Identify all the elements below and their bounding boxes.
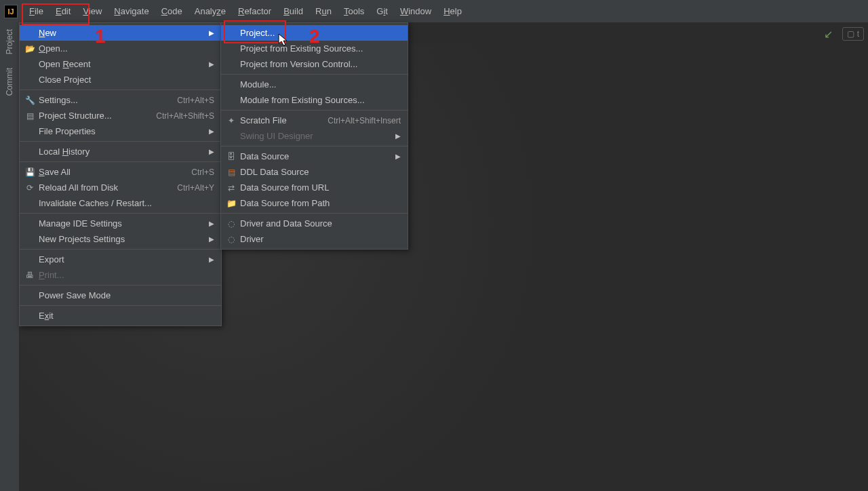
file-exit[interactable]: Exit: [20, 308, 221, 323]
new-swing: Swing UI Designer▶: [221, 128, 408, 144]
file-close-project[interactable]: Close Project: [20, 72, 221, 87]
submenu-arrow-icon: ▶: [209, 29, 214, 37]
file-new-projects-settings[interactable]: New Projects Settings▶: [20, 231, 221, 247]
menu-analyze[interactable]: Analyze: [189, 1, 232, 21]
file-power-save[interactable]: Power Save Mode: [20, 288, 221, 303]
new-ds-path[interactable]: 📁 Data Source from Path: [221, 195, 408, 211]
menu-refactor[interactable]: Refactor: [232, 1, 277, 21]
app-icon: IJ: [4, 5, 18, 18]
reload-icon: ⟳: [24, 183, 36, 193]
new-project-vcs[interactable]: Project from Version Control...: [221, 56, 408, 72]
new-module-existing[interactable]: Module from Existing Sources...: [221, 92, 408, 108]
main-menubar: IJ File Edit View Navigate Code Analyze …: [0, 0, 868, 22]
menu-file[interactable]: File: [23, 1, 50, 21]
new-project[interactable]: Project...: [221, 25, 408, 41]
file-file-properties[interactable]: File Properties▶: [20, 123, 221, 139]
new-project-existing[interactable]: Project from Existing Sources...: [221, 41, 408, 56]
file-settings[interactable]: 🔧 Settings...Ctrl+Alt+S: [20, 92, 221, 108]
left-tool-strip: Project Commit: [0, 22, 20, 491]
menu-git[interactable]: Git: [370, 1, 394, 21]
menu-code[interactable]: Code: [155, 1, 189, 21]
file-manage-ide[interactable]: Manage IDE Settings▶: [20, 216, 221, 231]
push-icon[interactable]: ↙: [824, 28, 833, 41]
toolwindow-commit[interactable]: Commit: [5, 68, 14, 96]
new-ds-url[interactable]: ⇄ Data Source from URL: [221, 180, 408, 195]
file-menu-dropdown: New ▶ 📂 Open... Open Recent▶ Close Proje…: [19, 22, 222, 326]
scratch-icon: ✦: [225, 116, 237, 125]
menu-build[interactable]: Build: [277, 1, 309, 21]
menu-run[interactable]: Run: [309, 1, 338, 21]
menu-navigate[interactable]: Navigate: [108, 1, 155, 21]
new-submenu: Project... Project from Existing Sources…: [220, 22, 408, 250]
new-module[interactable]: Module...: [221, 77, 408, 92]
folder-icon: 📁: [225, 199, 237, 208]
file-print: 🖶 Print...: [20, 267, 221, 283]
driver-icon: ◌: [225, 235, 237, 244]
file-open[interactable]: 📂 Open...: [20, 41, 221, 56]
menu-window[interactable]: Window: [394, 1, 437, 21]
new-ddl[interactable]: ▤ DDL Data Source: [221, 164, 408, 180]
wrench-icon: 🔧: [24, 96, 36, 105]
menu-view[interactable]: View: [77, 1, 108, 21]
database-icon: 🗄: [225, 152, 237, 161]
toolbar-right: ↙ ▢ t: [824, 27, 864, 41]
file-save-all[interactable]: 💾 Save AllCtrl+S: [20, 164, 221, 180]
new-driver[interactable]: ◌ Driver: [221, 231, 408, 247]
tab-overflow[interactable]: ▢ t: [842, 27, 864, 41]
save-icon: 💾: [24, 168, 36, 177]
menu-help[interactable]: Help: [437, 1, 468, 21]
folder-open-icon: 📂: [24, 44, 36, 54]
structure-icon: ▤: [24, 111, 36, 121]
toolwindow-project[interactable]: Project: [5, 29, 14, 54]
file-new[interactable]: New ▶: [20, 25, 221, 41]
file-reload[interactable]: ⟳ Reload All from DiskCtrl+Alt+Y: [20, 180, 221, 195]
new-scratch[interactable]: ✦ Scratch FileCtrl+Alt+Shift+Insert: [221, 113, 408, 128]
new-data-source[interactable]: 🗄 Data Source▶: [221, 149, 408, 164]
file-invalidate[interactable]: Invalidate Caches / Restart...: [20, 195, 221, 211]
print-icon: 🖶: [24, 271, 36, 280]
file-local-history[interactable]: Local History▶: [20, 144, 221, 159]
file-export[interactable]: Export▶: [20, 252, 221, 267]
ddl-icon: ▤: [225, 168, 237, 177]
menu-tools[interactable]: Tools: [338, 1, 370, 21]
file-project-structure[interactable]: ▤ Project Structure...Ctrl+Alt+Shift+S: [20, 108, 221, 123]
driver-ds-icon: ◌: [225, 219, 237, 229]
menu-edit[interactable]: Edit: [50, 1, 77, 21]
url-icon: ⇄: [225, 183, 237, 193]
file-open-recent[interactable]: Open Recent▶: [20, 56, 221, 72]
new-driver-ds[interactable]: ◌ Driver and Data Source: [221, 216, 408, 231]
